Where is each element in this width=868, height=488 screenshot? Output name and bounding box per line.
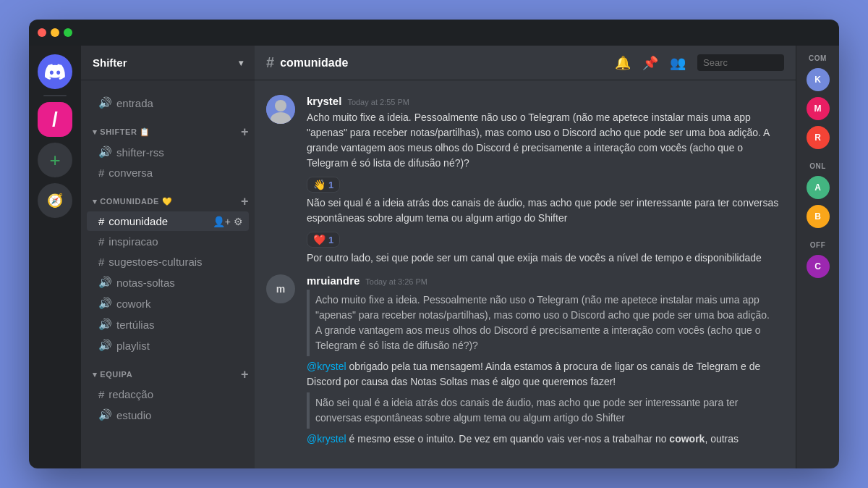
channel-section-equipa: ▾ EQUIPA + # redacção 🔊 estudio xyxy=(81,368,255,426)
message-group-mruiandre: m mruiandre Today at 3:26 PM Acho muito … xyxy=(255,272,796,450)
avatar-mruiandre: m xyxy=(266,274,295,303)
channel-item-comunidade[interactable]: # comunidade 👤+ ⚙ xyxy=(87,211,249,231)
channel-item-inspiracao[interactable]: # inspiracao xyxy=(87,232,249,251)
message-timestamp-mruiandre: Today at 3:26 PM xyxy=(365,277,427,286)
add-channel-button-comunidade[interactable]: + xyxy=(241,195,249,208)
speaker-icon: 🔊 xyxy=(98,276,112,289)
section-header-equipa[interactable]: ▾ EQUIPA + xyxy=(81,368,255,384)
message-content-mruiandre: mruiandre Today at 3:26 PM Acho muito fi… xyxy=(307,274,784,447)
search-input[interactable] xyxy=(697,54,784,71)
section-header-comunidade[interactable]: ▾ COMUNIDADE 💛 + xyxy=(81,195,255,211)
message-text-krystel-3: Por outro lado, sei que pode ser um cana… xyxy=(307,251,784,266)
explore-icon: 🧭 xyxy=(47,193,63,209)
reaction-wave[interactable]: 👋 1 xyxy=(307,177,340,193)
right-sidebar-label-onl: ONL xyxy=(807,159,829,172)
shifter-icon-label: / xyxy=(52,108,58,131)
message-group-krystel: krystel Today at 2:55 PM Acho muito fixe… xyxy=(255,92,796,269)
mention-krystel-2[interactable]: @krystel xyxy=(307,433,346,445)
right-sidebar: COM K M R ONL A B OFF C xyxy=(796,46,839,468)
channel-item-sugestoes-culturais[interactable]: # sugestoes-culturais xyxy=(87,252,249,272)
user-avatar-6[interactable]: C xyxy=(807,255,830,278)
mention-krystel[interactable]: @krystel xyxy=(307,361,346,372)
server-name: Shifter xyxy=(93,56,127,69)
channel-section-general: 🔊 entrada xyxy=(81,92,255,114)
channel-item-cowork[interactable]: 🔊 cowork xyxy=(87,293,249,314)
server-icon-discord[interactable] xyxy=(38,54,72,89)
speaker-icon: 🔊 xyxy=(98,339,112,352)
chevron-down-icon: ▾ xyxy=(239,58,243,68)
message-header-mruiandre: mruiandre Today at 3:26 PM xyxy=(307,274,784,287)
speaker-icon: 🔊 xyxy=(98,318,112,331)
message-text-krystel-2: Não sei qual é a ideia atrás dos canais … xyxy=(307,195,784,226)
speaker-icon: 🔊 xyxy=(98,297,112,310)
add-channel-button-equipa[interactable]: + xyxy=(241,368,249,381)
server-header[interactable]: Shifter ▾ xyxy=(81,46,255,80)
wave-emoji: 👋 xyxy=(313,179,326,190)
hash-icon: # xyxy=(98,235,104,248)
right-sidebar-label-com: COM xyxy=(806,51,830,64)
reaction-count-wave: 1 xyxy=(328,180,333,190)
titlebar xyxy=(29,20,839,46)
message-author-mruiandre: mruiandre xyxy=(307,274,359,287)
quoted-text-mruiandre-2: Não sei qual é a ideia atrás dos canais … xyxy=(307,392,784,429)
traffic-lights xyxy=(38,28,72,37)
channel-hash-icon: # xyxy=(266,54,274,71)
quoted-text-mruiandre: Acho muito fixe a ideia. Pessoalmente nã… xyxy=(307,290,784,356)
server-divider xyxy=(43,95,67,96)
right-sidebar-label-off: OFF xyxy=(807,238,829,251)
message-text-mruiandre-1: @krystel obrigado pela tua mensagem! Ain… xyxy=(307,359,784,390)
channel-item-estudio[interactable]: 🔊 estudio xyxy=(87,405,249,425)
channel-item-shifter-rss[interactable]: 🔊 shifter-rss xyxy=(87,142,249,162)
section-header-shifter[interactable]: ▾ SHIFTER 📋 + xyxy=(81,125,255,141)
server-icon-explore[interactable]: 🧭 xyxy=(38,183,72,218)
server-icons-list: / + 🧭 xyxy=(29,46,81,468)
speaker-icon: 🔊 xyxy=(98,96,112,109)
channel-sidebar: Shifter ▾ 🔊 entrada ▾ SHIFTER 📋 + 🔊 shif xyxy=(81,46,255,468)
message-content-krystel: krystel Today at 2:55 PM Acho muito fixe… xyxy=(307,95,784,266)
close-button[interactable] xyxy=(38,28,46,37)
message-author-krystel: krystel xyxy=(307,95,341,107)
section-label-comunidade: ▾ COMUNIDADE 💛 xyxy=(93,197,172,206)
channel-section-comunidade: ▾ COMUNIDADE 💛 + # comunidade 👤+ ⚙ # ins… xyxy=(81,195,255,356)
message-header-krystel: krystel Today at 2:55 PM xyxy=(307,95,784,107)
add-server-icon: + xyxy=(49,149,60,172)
user-avatar-4[interactable]: A xyxy=(807,176,830,199)
avatar-krystel xyxy=(266,95,295,124)
user-avatar-1[interactable]: K xyxy=(807,68,830,91)
message-timestamp-krystel: Today at 2:55 PM xyxy=(347,98,409,106)
message-text-krystel-1: Acho muito fixe a ideia. Pessoalmente nã… xyxy=(307,110,784,171)
hash-icon: # xyxy=(98,215,104,227)
section-label-shifter: ▾ SHIFTER 📋 xyxy=(93,127,150,137)
channel-item-entrada[interactable]: 🔊 entrada xyxy=(87,93,249,113)
pin-icon[interactable]: 📌 xyxy=(642,55,658,71)
add-user-icon[interactable]: 👤+ xyxy=(213,216,231,227)
channel-item-playlist[interactable]: 🔊 playlist xyxy=(87,335,249,356)
hash-icon: # xyxy=(98,256,104,268)
settings-icon[interactable]: ⚙ xyxy=(234,216,243,227)
user-avatar-5[interactable]: B xyxy=(807,205,830,228)
chat-area: # comunidade 🔔 📌 👥 xyxy=(255,46,796,468)
svg-point-1 xyxy=(275,100,286,112)
channel-section-shifter: ▾ SHIFTER 📋 + 🔊 shifter-rss # conversa xyxy=(81,125,255,183)
channel-item-tertulias[interactable]: 🔊 tertúlias xyxy=(87,314,249,335)
hash-icon: # xyxy=(98,167,104,179)
channel-item-redaccao[interactable]: # redacção xyxy=(87,384,249,404)
speaker-icon: 🔊 xyxy=(98,146,112,159)
minimize-button[interactable] xyxy=(51,28,59,37)
maximize-button[interactable] xyxy=(64,28,72,37)
message-text-mruiandre-2: @krystel é mesmo esse o intuito. De vez … xyxy=(307,432,784,447)
chat-header-actions: 🔔 📌 👥 xyxy=(615,54,784,71)
server-icon-add[interactable]: + xyxy=(38,143,72,177)
server-icon-shifter[interactable]: / xyxy=(38,102,72,137)
channel-item-notas-soltas[interactable]: 🔊 notas-soltas xyxy=(87,272,249,293)
user-avatar-3[interactable]: R xyxy=(807,126,830,149)
notification-bell-icon[interactable]: 🔔 xyxy=(615,55,631,71)
channel-actions-comunidade: 👤+ ⚙ xyxy=(213,216,243,227)
add-channel-button-shifter[interactable]: + xyxy=(241,125,249,138)
channel-item-conversa[interactable]: # conversa xyxy=(87,163,249,182)
messages-area[interactable]: krystel Today at 2:55 PM Acho muito fixe… xyxy=(255,80,796,468)
members-icon[interactable]: 👥 xyxy=(670,55,686,71)
chat-header: # comunidade 🔔 📌 👥 xyxy=(255,46,796,80)
user-avatar-2[interactable]: M xyxy=(807,97,830,120)
reaction-heart[interactable]: ❤️ 1 xyxy=(307,232,340,248)
